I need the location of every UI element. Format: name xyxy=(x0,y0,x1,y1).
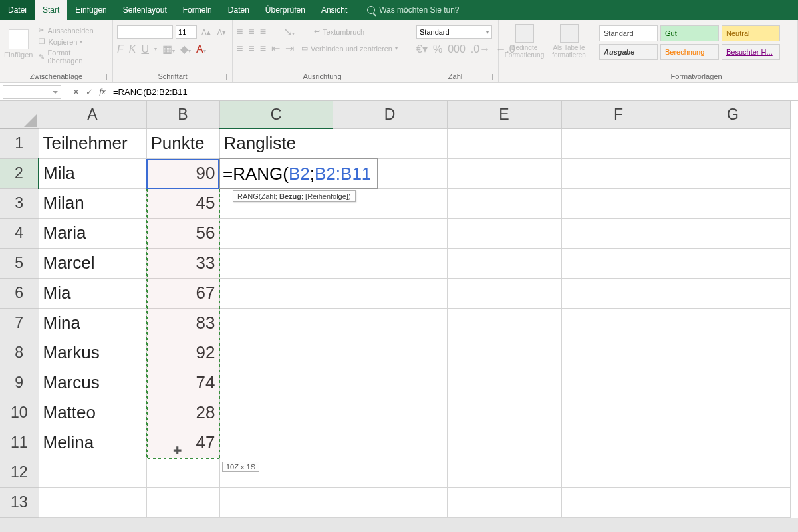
orientation-button[interactable]: ⤡▾ xyxy=(283,25,295,38)
tell-me-placeholder: Was möchten Sie tun? xyxy=(379,5,459,15)
tab-formulas[interactable]: Formeln xyxy=(175,0,220,20)
row-header-4[interactable]: 4 xyxy=(0,218,39,248)
grow-font-button[interactable]: A▴ xyxy=(200,27,212,37)
font-name-select[interactable] xyxy=(117,25,173,39)
cell-A2[interactable]: Mila xyxy=(39,158,146,188)
formula-bar: ✕ ✓ fx =RANG(B2;B2:B11 xyxy=(0,83,798,101)
style-gut[interactable]: Gut xyxy=(660,25,719,41)
col-header-F[interactable]: F xyxy=(561,101,676,128)
cell-B2[interactable]: 90 xyxy=(146,158,219,188)
percent-button[interactable]: % xyxy=(433,43,442,55)
enter-formula-button[interactable]: ✓ xyxy=(82,87,96,97)
border-button[interactable]: ▦▾ xyxy=(162,43,175,55)
scissors-icon: ✂ xyxy=(39,26,45,35)
tab-data[interactable]: Daten xyxy=(220,0,257,20)
insert-function-button[interactable]: fx xyxy=(96,86,109,97)
style-standard[interactable]: Standard xyxy=(599,25,658,41)
align-middle-button[interactable]: ≡ xyxy=(248,26,254,38)
col-header-E[interactable]: E xyxy=(447,101,561,128)
underline-button[interactable]: U xyxy=(141,43,149,55)
tab-review[interactable]: Überprüfen xyxy=(257,0,313,20)
cell-A1[interactable]: Teilnehmer xyxy=(39,128,146,158)
align-bottom-button[interactable]: ≡ xyxy=(260,26,266,38)
col-header-G[interactable]: G xyxy=(676,101,790,128)
row-header-12[interactable]: 12 xyxy=(0,458,39,487)
cell-C1[interactable]: Rangliste xyxy=(219,128,332,158)
merge-center-button[interactable]: ▭Verbinden und zentrieren▾ xyxy=(299,43,400,53)
col-header-D[interactable]: D xyxy=(332,101,447,128)
copy-icon: ❐ xyxy=(39,37,45,46)
row-header-7[interactable]: 7 xyxy=(0,308,39,338)
style-besucht[interactable]: Besuchter H... xyxy=(722,44,780,60)
col-header-A[interactable]: A xyxy=(39,101,146,128)
group-label-number: Zahl xyxy=(416,71,494,82)
fill-color-button[interactable]: ◆▾ xyxy=(180,43,191,55)
menu-bar: Datei Start Einfügen Seitenlayout Formel… xyxy=(0,0,798,20)
indent-increase-button[interactable]: ⇥ xyxy=(285,42,294,55)
group-label-clipboard: Zwischenablage xyxy=(4,71,108,82)
cell-B1[interactable]: Punkte xyxy=(146,128,219,158)
brush-icon: ✎ xyxy=(39,53,45,61)
dialog-launcher-icon[interactable] xyxy=(486,74,493,80)
cancel-formula-button[interactable]: ✕ xyxy=(69,87,82,97)
row-header-9[interactable]: 9 xyxy=(0,368,39,398)
select-all-corner[interactable] xyxy=(0,101,39,128)
shrink-font-button[interactable]: A▾ xyxy=(215,27,228,37)
style-berechnung[interactable]: Berechnung xyxy=(660,44,719,60)
tell-me-search[interactable]: Was möchten Sie tun? xyxy=(367,5,459,15)
increase-decimal-button[interactable]: .0→ xyxy=(471,43,490,55)
align-left-button[interactable]: ≡ xyxy=(237,43,243,55)
text-caret xyxy=(372,164,372,183)
tab-file[interactable]: Datei xyxy=(0,0,35,20)
formula-input[interactable]: =RANG(B2;B2:B11 xyxy=(109,85,798,99)
cut-button[interactable]: ✂Ausschneiden xyxy=(37,25,108,35)
col-header-C[interactable]: C xyxy=(219,101,332,128)
italic-button[interactable]: K xyxy=(129,43,136,55)
dialog-launcher-icon[interactable] xyxy=(400,74,406,80)
row-header-8[interactable]: 8 xyxy=(0,338,39,368)
col-header-B[interactable]: B xyxy=(146,101,219,128)
currency-button[interactable]: €▾ xyxy=(416,43,428,55)
cell-editor[interactable]: =RANG(B2;B2:B11 xyxy=(219,158,378,189)
tab-start[interactable]: Start xyxy=(35,0,67,20)
tab-view[interactable]: Ansicht xyxy=(313,0,355,20)
align-right-button[interactable]: ≡ xyxy=(260,43,266,55)
row-header-2[interactable]: 2 xyxy=(0,158,39,188)
ribbon: Einfügen ✂Ausschneiden ❐Kopieren▾ ✎Forma… xyxy=(0,20,798,83)
dialog-launcher-icon[interactable] xyxy=(100,74,107,80)
wrap-text-button[interactable]: ↩Textumbruch xyxy=(312,27,366,37)
font-size-select[interactable]: 11 xyxy=(176,25,197,39)
function-tooltip[interactable]: RANG(Zahl; Bezug; [Reihenfolge]) xyxy=(233,190,356,202)
copy-button[interactable]: ❐Kopieren▾ xyxy=(37,37,108,47)
wrap-icon: ↩ xyxy=(314,27,320,36)
row-header-3[interactable]: 3 xyxy=(0,188,39,218)
indent-decrease-button[interactable]: ⇤ xyxy=(271,42,280,55)
format-as-table-button[interactable]: Als Tabelle formatieren xyxy=(547,24,591,59)
row-header-11[interactable]: 11 xyxy=(0,428,39,458)
paste-button[interactable]: Einfügen xyxy=(4,23,33,65)
row-header-5[interactable]: 5 xyxy=(0,248,39,278)
row-header-6[interactable]: 6 xyxy=(0,278,39,308)
row-header-1[interactable]: 1 xyxy=(0,128,39,158)
merge-icon: ▭ xyxy=(301,44,308,53)
tab-insert[interactable]: Einfügen xyxy=(67,0,114,20)
search-icon xyxy=(367,6,375,14)
number-format-select[interactable]: Standard ▾ xyxy=(416,25,492,39)
cell-D1[interactable] xyxy=(332,128,447,158)
comma-button[interactable]: 000 xyxy=(448,43,466,55)
name-box[interactable] xyxy=(3,85,61,99)
spreadsheet-grid[interactable]: A B C D E F G 1 Teilnehmer Punkte Rangli… xyxy=(0,101,798,518)
style-ausgabe[interactable]: Ausgabe xyxy=(599,44,658,60)
row-header-10[interactable]: 10 xyxy=(0,398,39,428)
group-label-styles: Formatvorlagen xyxy=(599,71,793,82)
format-painter-button[interactable]: ✎Format übertragen xyxy=(37,48,108,65)
align-center-button[interactable]: ≡ xyxy=(248,43,254,55)
font-color-button[interactable]: A▾ xyxy=(196,43,206,55)
tab-pagelayout[interactable]: Seitenlayout xyxy=(115,0,175,20)
style-neutral[interactable]: Neutral xyxy=(722,25,780,41)
bold-button[interactable]: F xyxy=(117,43,124,55)
dialog-launcher-icon[interactable] xyxy=(220,74,227,80)
conditional-formatting-button[interactable]: Bedingte Formatierung xyxy=(503,24,546,59)
row-header-13[interactable]: 13 xyxy=(0,487,39,517)
align-top-button[interactable]: ≡ xyxy=(237,26,243,38)
